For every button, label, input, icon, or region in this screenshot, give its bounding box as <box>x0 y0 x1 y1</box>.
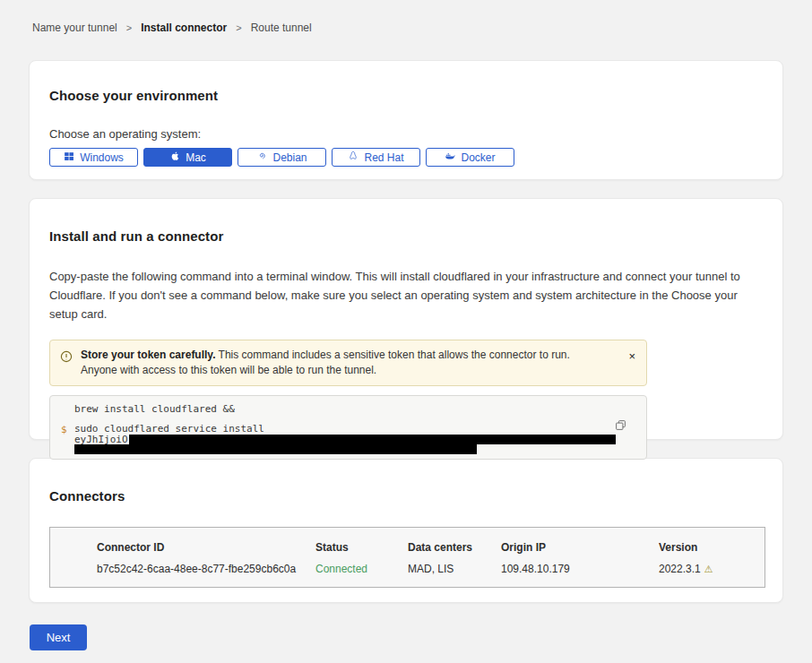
alert-circle-icon <box>60 350 73 363</box>
redacted-token-bar <box>129 435 616 444</box>
environment-card-title: Choose your environment <box>49 88 763 103</box>
os-button-label: Debian <box>272 151 307 164</box>
os-button-windows[interactable]: Windows <box>49 148 138 167</box>
install-command-code-block: $ brew install cloudflared && sudo cloud… <box>49 395 647 460</box>
origin-ip-value: 109.48.10.179 <box>501 563 659 575</box>
token-warning-text: Store your token carefully. This command… <box>81 348 635 378</box>
apple-icon <box>169 151 180 164</box>
warning-triangle-icon: ⚠ <box>704 564 713 575</box>
token-warning-bold: Store your token carefully. <box>81 349 216 361</box>
breadcrumb-separator: > <box>236 22 241 33</box>
token-warning-banner: Store your token carefully. This command… <box>49 340 647 386</box>
terminal-prompt: $ <box>61 424 67 435</box>
connectors-table-header: Connector ID Status Data centers Origin … <box>97 541 764 554</box>
os-button-label: Docker <box>461 151 495 164</box>
status-badge: Connected <box>315 563 408 575</box>
close-icon[interactable]: × <box>628 351 635 362</box>
os-button-redhat[interactable]: Red Hat <box>332 148 420 167</box>
os-button-label: Windows <box>80 151 124 164</box>
data-centers-value: MAD, LIS <box>408 563 501 575</box>
token-prefix: eyJhIjoiO <box>74 435 128 444</box>
connector-id-value: b7c52c42-6caa-48ee-8c77-fbe259cb6c0a <box>97 563 315 575</box>
connectors-table: Connector ID Status Data centers Origin … <box>49 527 765 588</box>
copy-icon <box>615 420 626 434</box>
docker-whale-icon <box>445 151 455 164</box>
os-select-label: Choose an operating system: <box>49 127 763 141</box>
redhat-linux-icon <box>348 151 358 164</box>
install-card-title: Install and run a connector <box>49 228 763 244</box>
connectors-card: Connectors Connector ID Status Data cent… <box>29 458 783 603</box>
install-description: Copy-paste the following command into a … <box>49 267 763 323</box>
install-card: Install and run a connector Copy-paste t… <box>29 198 783 440</box>
os-button-row: Windows Mac Debian Red Hat Docker <box>49 148 763 167</box>
environment-card: Choose your environment Choose an operat… <box>29 60 783 180</box>
os-button-label: Red Hat <box>364 151 403 164</box>
redacted-token-bar <box>74 444 477 454</box>
breadcrumb-install-connector[interactable]: Install connector <box>141 22 227 34</box>
column-header-origin-ip: Origin IP <box>501 541 659 554</box>
breadcrumb: Name your tunnel > Install connector > R… <box>0 0 812 34</box>
os-button-debian[interactable]: Debian <box>238 148 326 167</box>
breadcrumb-separator: > <box>126 22 132 33</box>
breadcrumb-route-tunnel[interactable]: Route tunnel <box>251 22 312 34</box>
debian-icon <box>256 151 267 164</box>
column-header-version: Version <box>659 541 764 554</box>
connectors-card-title: Connectors <box>49 488 763 504</box>
os-button-label: Mac <box>186 151 206 164</box>
breadcrumb-name-your-tunnel[interactable]: Name your tunnel <box>32 22 117 34</box>
os-button-docker[interactable]: Docker <box>426 148 514 167</box>
column-header-status: Status <box>315 541 408 554</box>
copy-command-button[interactable] <box>615 419 626 434</box>
code-line-service-install: sudo cloudflared service install <box>74 424 632 434</box>
next-button[interactable]: Next <box>30 624 87 650</box>
table-row: b7c52c42-6caa-48ee-8c77-fbe259cb6c0a Con… <box>97 554 764 575</box>
code-line-token: eyJhIjoiO <box>74 435 632 444</box>
column-header-connector-id: Connector ID <box>97 541 315 554</box>
windows-icon <box>64 151 74 164</box>
os-button-mac[interactable]: Mac <box>143 148 232 167</box>
code-line-brew: brew install cloudflared && <box>74 404 632 414</box>
column-header-data-centers: Data centers <box>408 541 501 554</box>
version-value: 2022.3.1 ⚠ <box>659 563 764 575</box>
